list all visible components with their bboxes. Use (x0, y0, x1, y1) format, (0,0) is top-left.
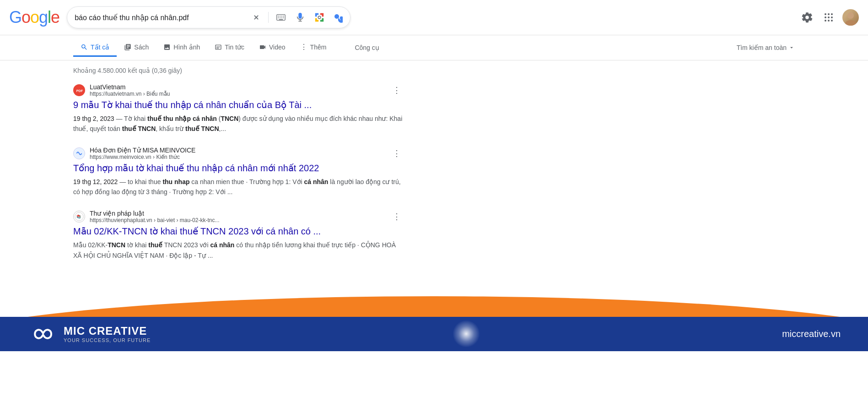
search-divider (268, 12, 269, 23)
mic-icon (295, 12, 305, 22)
result-item: Hóa Đơn Điện Tử MISA MEINVOICE https://w… (73, 147, 403, 197)
search-submit-button[interactable] (332, 12, 343, 23)
tab-more-label: Thêm (310, 43, 327, 51)
book-icon (124, 43, 131, 51)
apps-icon (823, 12, 834, 23)
tab-all[interactable]: Tất cả (73, 39, 117, 57)
tab-images-label: Hình ảnh (173, 43, 200, 51)
result-site-name: Thư viện pháp luật (90, 210, 386, 217)
svg-rect-2 (280, 16, 280, 16)
misa-icon (74, 148, 84, 158)
svg-point-23 (845, 20, 856, 26)
result-favicon: PDF (73, 84, 85, 96)
results-count: Khoảng 4.580.000 kết quả (0,36 giây) (73, 67, 795, 74)
bottom-content: MIC CREATIVE YOUR SUCCESS, OUR FUTURE mi… (0, 317, 868, 351)
brand-tagline: YOUR SUCCESS, OUR FUTURE (64, 337, 151, 343)
snippet-text: Mẫu 02/KK-TNCN tờ khai thuế TNCN 2023 vớ… (73, 241, 396, 259)
logo-letter-g: G (9, 8, 22, 27)
google-lens-button[interactable] (313, 11, 326, 24)
avatar-image (842, 9, 859, 26)
result-snippet: Mẫu 02/KK-TNCN tờ khai thuế TNCN 2023 vớ… (73, 240, 403, 260)
brand-text: MIC CREATIVE YOUR SUCCESS, OUR FUTURE (64, 325, 151, 343)
mic-logo-icon (27, 321, 57, 347)
svg-rect-9 (279, 19, 283, 20)
tab-video[interactable]: Video (252, 39, 293, 57)
result-source: 📚 Thư viện pháp luật https://thuvienphap… (73, 210, 403, 223)
google-apps-button[interactable] (821, 10, 836, 25)
clear-button[interactable] (250, 11, 263, 24)
result-site-info: Hóa Đơn Điện Tử MISA MEINVOICE https://w… (90, 147, 386, 160)
snippet-date: 19 thg 2, 2023 (73, 115, 114, 122)
header-right (799, 9, 859, 26)
keyboard-button[interactable] (274, 11, 288, 24)
voice-search-button[interactable] (293, 11, 307, 24)
video-icon (259, 43, 266, 51)
svg-point-22 (847, 12, 854, 19)
result-site-name: LuatVietnam (90, 83, 386, 91)
svg-point-20 (828, 20, 830, 22)
pdf-icon: PDF (75, 86, 83, 94)
result-source: Hóa Đơn Điện Tử MISA MEINVOICE https://w… (73, 147, 403, 160)
svg-rect-7 (281, 17, 282, 18)
tab-books-label: Sách (134, 43, 149, 51)
tab-news[interactable]: Tin tức (207, 39, 252, 57)
snippet-text: — Tờ khai thuế thu nhập cá nhân (TNCN) đ… (73, 115, 402, 132)
tab-news-label: Tin tức (225, 43, 244, 51)
result-source: PDF LuatVietnam https://luatvietnam.vn ›… (73, 83, 403, 97)
svg-text:PDF: PDF (76, 89, 83, 93)
nav-bar: Tất cả Sách Hình ảnh Tin tức Video ⋮ Thê… (0, 35, 868, 60)
result-title[interactable]: 9 mẫu Tờ khai thuế thu nhập cá nhân chuẩ… (73, 99, 403, 111)
tools-label: Công cụ (355, 44, 379, 51)
svg-text:📚: 📚 (76, 214, 81, 219)
image-icon (163, 43, 171, 51)
result-more-button[interactable]: ⋮ (391, 83, 403, 97)
thuvien-icon: 📚 (74, 212, 84, 222)
svg-point-18 (831, 16, 833, 18)
tab-all-label: Tất cả (91, 43, 109, 51)
result-snippet: 19 thg 12, 2022 — to khai thue thu nhap … (73, 177, 403, 197)
safe-search[interactable]: Tìm kiếm an toàn (737, 44, 795, 51)
light-flare (151, 320, 782, 348)
svg-rect-6 (280, 17, 280, 18)
settings-button[interactable] (799, 10, 815, 25)
result-favicon: 📚 (73, 211, 85, 223)
gear-icon (801, 11, 813, 23)
tab-more[interactable]: ⋮ Thêm (293, 38, 334, 57)
tab-books[interactable]: Sách (117, 39, 156, 57)
bottom-bar: MIC CREATIVE YOUR SUCCESS, OUR FUTURE mi… (0, 287, 868, 351)
result-favicon (73, 147, 85, 159)
result-item: PDF LuatVietnam https://luatvietnam.vn ›… (73, 83, 403, 134)
svg-point-14 (828, 13, 830, 15)
svg-rect-3 (281, 16, 282, 16)
close-icon (252, 13, 261, 22)
snippet-date: 19 thg 12, 2022 (73, 178, 118, 185)
tab-video-label: Video (269, 43, 286, 51)
result-url: https://www.meinvoice.vn › Kiến thức (90, 154, 386, 160)
more-dots: ⋮ (300, 43, 307, 51)
result-title[interactable]: Tổng hợp mẫu tờ khai thuế thu nhập cá nh… (73, 162, 403, 174)
svg-rect-5 (278, 17, 279, 18)
keyboard-icon (276, 12, 286, 22)
svg-point-17 (828, 16, 830, 18)
tab-images[interactable]: Hình ảnh (156, 39, 207, 57)
chevron-down-icon (788, 44, 795, 51)
logo-letter-o1: o (22, 8, 30, 27)
logo-letter-e: e (51, 8, 59, 27)
search-input[interactable] (75, 13, 245, 22)
header: Google (0, 0, 868, 35)
result-item: 📚 Thư viện pháp luật https://thuvienphap… (73, 210, 403, 260)
svg-point-15 (831, 13, 833, 15)
brand-website: miccreative.vn (782, 329, 841, 339)
brand-logo: MIC CREATIVE YOUR SUCCESS, OUR FUTURE (27, 321, 151, 347)
svg-point-13 (825, 13, 826, 15)
result-more-button[interactable]: ⋮ (391, 210, 403, 223)
avatar[interactable] (842, 9, 859, 26)
snippet-text: — to khai thue thu nhap ca nhan mien thu… (73, 178, 401, 196)
result-site-info: LuatVietnam https://luatvietnam.vn › Biể… (90, 83, 386, 97)
tools-button[interactable]: Công cụ (347, 39, 386, 56)
result-more-button[interactable]: ⋮ (391, 147, 403, 160)
result-title[interactable]: Mẫu 02/KK-TNCN tờ khai thuế TNCN 2023 vớ… (73, 225, 403, 237)
result-url: https://thuvienphapluat.vn › bai-viet › … (90, 217, 386, 223)
svg-point-29 (0, 296, 868, 317)
search-icon (332, 12, 343, 23)
